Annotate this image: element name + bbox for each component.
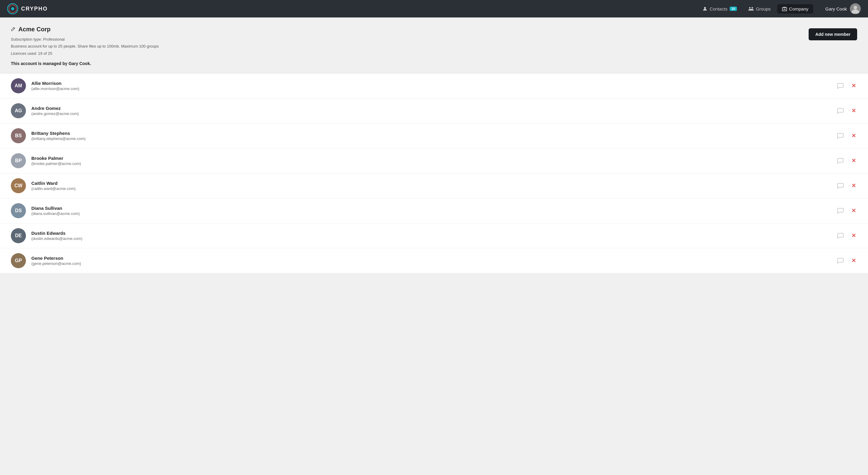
nav-groups[interactable]: Groups bbox=[744, 4, 775, 13]
app-name: CRYPHO bbox=[21, 6, 48, 12]
member-row: CW Caitlin Ward (caitlin.ward@acme.com) … bbox=[0, 173, 868, 198]
navbar: CRYPHO Contacts 10 Groups bbox=[0, 0, 868, 18]
member-name: Caitlin Ward bbox=[31, 181, 836, 186]
user-name: Gary Cook bbox=[825, 6, 847, 11]
edit-icon[interactable] bbox=[11, 27, 16, 32]
add-member-button[interactable]: Add new member bbox=[809, 28, 857, 40]
remove-button[interactable]: ✕ bbox=[850, 256, 857, 265]
chat-button[interactable] bbox=[836, 106, 845, 115]
member-row: GP Gene Peterson (gene.peterson@acme.com… bbox=[0, 248, 868, 273]
member-info: Dustin Edwards (dustin.edwards@acme.com) bbox=[31, 231, 836, 241]
groups-icon bbox=[748, 6, 754, 11]
member-row: AG Andre Gomez (andre.gomez@acme.com) ✕ bbox=[0, 98, 868, 124]
member-row: BS Brittany Stephens (brittany.stephens@… bbox=[0, 124, 868, 148]
chat-button[interactable] bbox=[836, 231, 845, 240]
remove-button[interactable]: ✕ bbox=[850, 181, 857, 190]
remove-icon: ✕ bbox=[851, 258, 856, 264]
members-list: AM Allie Morrison (allie.morrison@acme.c… bbox=[0, 73, 868, 273]
remove-button[interactable]: ✕ bbox=[850, 206, 857, 215]
company-description: Business account for up to 25 people. Sh… bbox=[11, 43, 857, 50]
member-actions: ✕ bbox=[836, 156, 857, 165]
member-info: Andre Gomez (andre.gomez@acme.com) bbox=[31, 106, 836, 116]
member-actions: ✕ bbox=[836, 256, 857, 265]
svg-point-3 bbox=[749, 7, 750, 9]
member-avatar: DE bbox=[11, 228, 26, 243]
member-info: Brittany Stephens (brittany.stephens@acm… bbox=[31, 131, 836, 141]
chat-icon bbox=[837, 107, 844, 114]
chat-button[interactable] bbox=[836, 156, 845, 165]
remove-button[interactable]: ✕ bbox=[850, 156, 857, 165]
member-email: (brooke.palmer@acme.com) bbox=[31, 161, 836, 166]
remove-button[interactable]: ✕ bbox=[850, 106, 857, 115]
chat-icon bbox=[837, 232, 844, 239]
member-email: (allie.morrison@acme.com) bbox=[31, 87, 836, 91]
member-actions: ✕ bbox=[836, 181, 857, 190]
contacts-badge: 10 bbox=[730, 7, 737, 11]
member-actions: ✕ bbox=[836, 106, 857, 115]
chat-icon bbox=[837, 158, 844, 164]
member-avatar: GP bbox=[11, 253, 26, 268]
remove-icon: ✕ bbox=[851, 182, 856, 189]
member-actions: ✕ bbox=[836, 206, 857, 215]
member-email: (diana.sullivan@acme.com) bbox=[31, 211, 836, 216]
chat-icon bbox=[837, 182, 844, 189]
subscription-type: Subscription type: Professional bbox=[11, 36, 857, 43]
chat-button[interactable] bbox=[836, 131, 845, 140]
company-manager: This account is managed by Gary Cook. bbox=[11, 61, 857, 66]
logo-icon bbox=[7, 3, 18, 14]
member-email: (brittany.stephens@acme.com) bbox=[31, 136, 836, 141]
remove-icon: ✕ bbox=[851, 232, 856, 239]
member-row: DE Dustin Edwards (dustin.edwards@acme.c… bbox=[0, 223, 868, 248]
member-actions: ✕ bbox=[836, 131, 857, 140]
remove-icon: ✕ bbox=[851, 107, 856, 114]
svg-point-2 bbox=[704, 7, 706, 9]
chat-icon bbox=[837, 207, 844, 214]
member-info: Allie Morrison (allie.morrison@acme.com) bbox=[31, 81, 836, 91]
member-info: Diana Sullivan (diana.sullivan@acme.com) bbox=[31, 206, 836, 216]
chat-button[interactable] bbox=[836, 81, 845, 90]
member-row: AM Allie Morrison (allie.morrison@acme.c… bbox=[0, 73, 868, 98]
remove-icon: ✕ bbox=[851, 207, 856, 214]
member-avatar: AM bbox=[11, 78, 26, 93]
user-menu[interactable]: Gary Cook bbox=[825, 3, 861, 14]
svg-rect-7 bbox=[785, 9, 786, 10]
nav-company[interactable]: Company bbox=[777, 4, 813, 13]
member-actions: ✕ bbox=[836, 81, 857, 90]
svg-rect-5 bbox=[782, 7, 786, 11]
svg-rect-6 bbox=[784, 9, 784, 10]
main-content: Acme Corp Subscription type: Professiona… bbox=[0, 18, 868, 475]
chat-icon bbox=[837, 132, 844, 139]
remove-icon: ✕ bbox=[851, 82, 856, 89]
nav-contacts[interactable]: Contacts 10 bbox=[698, 4, 741, 13]
member-info: Brooke Palmer (brooke.palmer@acme.com) bbox=[31, 156, 836, 166]
member-row: DS Diana Sullivan (diana.sullivan@acme.c… bbox=[0, 198, 868, 223]
member-name: Gene Peterson bbox=[31, 256, 836, 261]
user-avatar bbox=[850, 3, 861, 14]
chat-button[interactable] bbox=[836, 256, 845, 265]
member-info: Caitlin Ward (caitlin.ward@acme.com) bbox=[31, 181, 836, 191]
remove-icon: ✕ bbox=[851, 158, 856, 164]
member-email: (gene.peterson@acme.com) bbox=[31, 261, 836, 266]
member-email: (caitlin.ward@acme.com) bbox=[31, 186, 836, 191]
licences-used: Licences used: 19 of 25 bbox=[11, 50, 857, 57]
company-meta: Subscription type: Professional Business… bbox=[11, 36, 857, 57]
remove-button[interactable]: ✕ bbox=[850, 131, 857, 140]
company-label: Company bbox=[789, 6, 808, 11]
member-row: BP Brooke Palmer (brooke.palmer@acme.com… bbox=[0, 148, 868, 173]
remove-icon: ✕ bbox=[851, 132, 856, 139]
groups-label: Groups bbox=[756, 6, 771, 11]
logo[interactable]: CRYPHO bbox=[7, 3, 48, 14]
member-avatar: BS bbox=[11, 128, 26, 143]
main-nav: Contacts 10 Groups Company bbox=[698, 4, 813, 13]
svg-point-9 bbox=[854, 6, 857, 9]
member-name: Allie Morrison bbox=[31, 81, 836, 86]
member-email: (andre.gomez@acme.com) bbox=[31, 111, 836, 116]
remove-button[interactable]: ✕ bbox=[850, 231, 857, 240]
remove-button[interactable]: ✕ bbox=[850, 81, 857, 90]
member-avatar: CW bbox=[11, 178, 26, 193]
member-email: (dustin.edwards@acme.com) bbox=[31, 236, 836, 241]
chat-button[interactable] bbox=[836, 181, 845, 190]
member-info: Gene Peterson (gene.peterson@acme.com) bbox=[31, 256, 836, 266]
company-icon bbox=[782, 6, 787, 11]
chat-button[interactable] bbox=[836, 206, 845, 215]
